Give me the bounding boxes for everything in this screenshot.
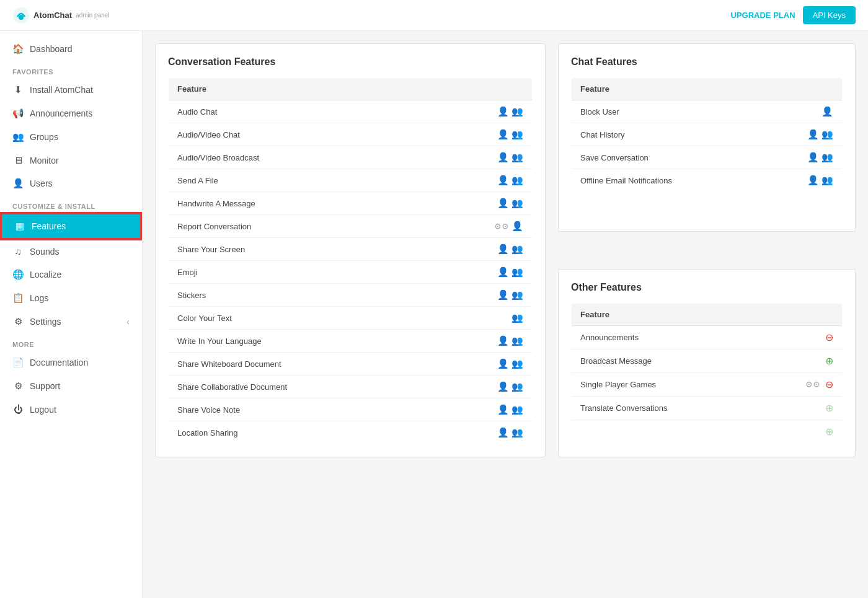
- faded-group-icon: 👥: [822, 175, 833, 186]
- support-icon: ⚙: [12, 380, 24, 392]
- table-row: Audio Chat 👤👥: [169, 100, 533, 123]
- logo: AtomChat admin panel: [12, 7, 110, 24]
- faded-group-icon: 👥: [512, 129, 523, 140]
- table-row: Emoji 👤👥: [169, 261, 533, 284]
- gear-icon: ⚙⚙: [805, 380, 820, 389]
- feature-label: [572, 420, 797, 444]
- table-row: Write In Your Language 👤👥: [169, 330, 533, 353]
- active-user-icon: 👤: [822, 106, 833, 117]
- table-row: Handwrite A Message 👤👥: [169, 192, 533, 215]
- faded-user-icon: 👤: [807, 129, 819, 140]
- faded-user-icon: 👤: [497, 198, 509, 209]
- api-keys-button[interactable]: API Keys: [803, 6, 856, 24]
- other-features-title: Other Features: [571, 282, 843, 293]
- sidebar-item-localize[interactable]: 🌐 Localize: [0, 263, 142, 286]
- faded-group-icon: 👥: [512, 244, 523, 255]
- localize-icon: 🌐: [12, 269, 24, 280]
- sidebar-item-groups[interactable]: 👥 Groups: [0, 125, 142, 149]
- faded-user-icon: 👤: [497, 244, 509, 255]
- faded-group-icon: 👥: [512, 312, 523, 323]
- sidebar-item-monitor[interactable]: 🖥 Monitor: [0, 149, 142, 172]
- section-favorites: FAVORITES: [0, 61, 142, 78]
- right-column: Chat Features Feature Block User 👤 Chat …: [558, 43, 856, 457]
- faded-group-icon: 👥: [512, 381, 523, 392]
- faded-user-icon: 👤: [497, 427, 509, 438]
- feature-label: Translate Conversations: [572, 397, 797, 420]
- table-row: Location Sharing 👤👥: [169, 421, 533, 444]
- active-user-icon: 👤: [497, 266, 509, 278]
- faded-group-icon: 👥: [822, 129, 833, 140]
- faded-user-icon: 👤: [497, 358, 509, 369]
- faded-user-icon: 👤: [497, 335, 509, 346]
- feature-label: Location Sharing: [169, 421, 486, 444]
- feature-label: Announcements: [572, 326, 797, 350]
- table-row: Share Your Screen 👤👥: [169, 238, 533, 261]
- dashboard-label: Dashboard: [30, 44, 73, 54]
- table-row: Block User 👤: [572, 100, 843, 123]
- plus-icon[interactable]: ⊕: [825, 355, 833, 367]
- plus-faded-icon[interactable]: ⊕: [825, 402, 833, 414]
- faded-group-icon: 👥: [512, 198, 523, 209]
- sidebar-item-documentation[interactable]: 📄 Documentation: [0, 351, 142, 374]
- sidebar-item-logout[interactable]: ⏻ Logout: [0, 398, 142, 421]
- sounds-label: Sounds: [30, 247, 59, 257]
- sidebar-item-settings[interactable]: ⚙ Settings ‹: [0, 310, 142, 333]
- section-customize: CUSTOMIZE & INSTALL: [0, 195, 142, 213]
- faded-user-icon: 👤: [497, 152, 509, 163]
- minus-icon[interactable]: ⊖: [825, 379, 833, 390]
- table-row: Share Voice Note 👤👥: [169, 398, 533, 421]
- chat-features-card: Chat Features Feature Block User 👤 Chat …: [558, 43, 856, 232]
- table-row: Share Whiteboard Document 👤👥: [169, 353, 533, 376]
- monitor-icon: 🖥: [12, 155, 24, 165]
- feature-label: Offline Email Notifications: [572, 169, 799, 192]
- active-user-icon: 👤: [497, 289, 509, 301]
- sidebar-item-features[interactable]: ▦ Features: [0, 213, 142, 240]
- logs-icon: 📋: [12, 292, 24, 304]
- sidebar-item-users[interactable]: 👤 Users: [0, 172, 142, 195]
- faded-group-icon: 👥: [512, 358, 523, 369]
- feature-label: Audio/Video Broadcast: [169, 146, 486, 169]
- table-row: Single Player Games ⚙⚙⊖: [572, 373, 843, 397]
- plus-bottom-icon[interactable]: ⊕: [825, 426, 833, 438]
- features-icon: ▦: [14, 221, 25, 232]
- logo-icon: [12, 7, 30, 24]
- faded-group-icon: 👥: [512, 152, 523, 163]
- sidebar-item-dashboard[interactable]: 🏠 Dashboard: [0, 37, 142, 61]
- upgrade-plan-link[interactable]: UPGRADE PLAN: [731, 11, 795, 20]
- users-icon: 👤: [12, 178, 24, 189]
- faded-group-icon: 👥: [512, 106, 523, 117]
- faded-group-icon: 👥: [512, 335, 523, 346]
- sidebar-item-logs[interactable]: 📋 Logs: [0, 286, 142, 310]
- table-row: Report Conversation ⚙⚙👤: [169, 215, 533, 238]
- feature-label: Single Player Games: [572, 373, 797, 397]
- support-label: Support: [30, 381, 60, 391]
- feature-label: Report Conversation: [169, 215, 486, 238]
- documentation-icon: 📄: [12, 357, 24, 368]
- sidebar-item-sounds[interactable]: ♫ Sounds: [0, 240, 142, 263]
- logout-label: Logout: [30, 405, 56, 415]
- main-inner: Conversation Features Feature Audio Chat…: [155, 43, 856, 457]
- documentation-label: Documentation: [30, 358, 88, 367]
- header: AtomChat admin panel UPGRADE PLAN API Ke…: [0, 0, 868, 31]
- feature-label: Block User: [572, 100, 799, 123]
- other-features-card: Other Features Feature Announcements ⊖ B…: [558, 269, 856, 457]
- settings-label: Settings: [30, 317, 61, 327]
- feature-label: Send A File: [169, 169, 486, 192]
- logs-label: Logs: [30, 293, 48, 303]
- table-row: ⊕: [572, 420, 843, 444]
- feature-label: Stickers: [169, 284, 486, 307]
- sidebar-item-announcements[interactable]: 📢 Announcements: [0, 102, 142, 125]
- sidebar-item-install[interactable]: ⬇ Install AtomChat: [0, 78, 142, 102]
- section-more: MORE: [0, 333, 142, 351]
- install-icon: ⬇: [12, 84, 24, 95]
- table-row: Chat History 👤👥: [572, 123, 843, 146]
- settings-icon: ⚙: [12, 316, 24, 327]
- minus-icon[interactable]: ⊖: [825, 332, 833, 343]
- sidebar-item-support[interactable]: ⚙ Support: [0, 374, 142, 398]
- settings-arrow-icon: ‹: [126, 317, 130, 327]
- faded-user-icon: 👤: [807, 175, 819, 186]
- groups-icon: 👥: [12, 131, 24, 143]
- faded-user-icon: 👤: [497, 381, 509, 392]
- feature-label: Share Whiteboard Document: [169, 353, 486, 376]
- table-row: Translate Conversations ⊕: [572, 397, 843, 420]
